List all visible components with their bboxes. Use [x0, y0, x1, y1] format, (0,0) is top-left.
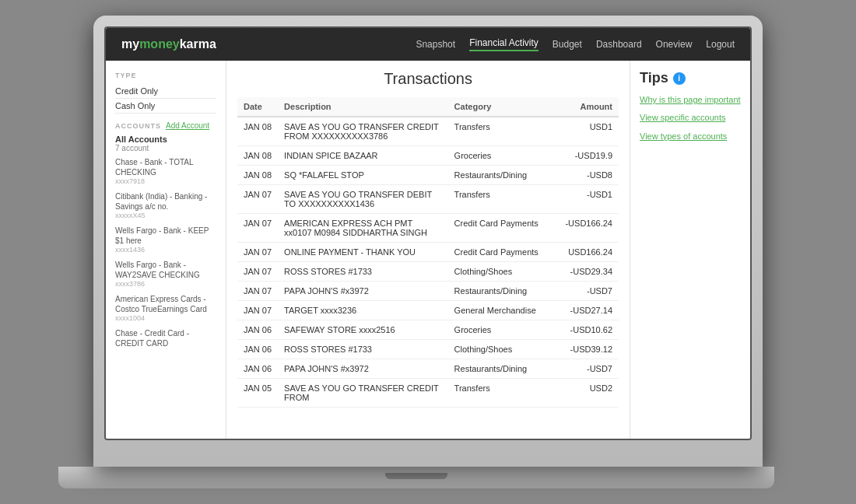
page-title: Transactions [237, 70, 619, 88]
cell-category: Credit Card Payments [448, 214, 554, 243]
cell-category: Restaurants/Dining [448, 282, 554, 301]
table-row[interactable]: JAN 08 INDIAN SPICE BAZAAR Groceries -US… [237, 146, 619, 166]
account-name: Citibank (India) - Banking - Savings a/c… [115, 191, 216, 212]
cell-amount: -USD10.62 [553, 320, 619, 340]
cell-amount: -USD39.12 [553, 340, 619, 359]
cell-date: JAN 06 [237, 320, 278, 340]
add-account-link[interactable]: Add Account [166, 121, 209, 130]
cell-category: Transfers [448, 379, 554, 408]
cell-category: General Merchandise [448, 301, 554, 320]
cell-date: JAN 07 [237, 185, 278, 214]
cell-amount: USD166.24 [553, 243, 619, 262]
cell-date: JAN 05 [237, 379, 278, 408]
account-number: xxxx1436 [115, 246, 216, 254]
cell-amount: -USD8 [553, 166, 619, 185]
col-category: Category [448, 97, 554, 117]
filter-credit-only[interactable]: Credit Only [115, 84, 216, 99]
table-row[interactable]: JAN 06 ROSS STORES #1733 Clothing/Shoes … [237, 340, 619, 359]
account-item[interactable]: Chase - Credit Card - CREDIT CARD [115, 328, 216, 348]
account-name: Wells Fargo - Bank - KEEP $1 here [115, 226, 216, 246]
all-accounts-label[interactable]: All Accounts [115, 135, 216, 144]
account-number: xxxxxX45 [115, 212, 216, 219]
cell-category: Restaurants/Dining [448, 166, 554, 185]
account-item[interactable]: Wells Fargo - Bank - KEEP $1 here xxxx14… [115, 226, 216, 254]
table-row[interactable]: JAN 08 SAVE AS YOU GO TRANSFER CREDIT FR… [237, 117, 619, 146]
table-row[interactable]: JAN 07 PAPA JOHN'S #x3972 Restaurants/Di… [237, 282, 619, 301]
main-nav: Snapshot Financial Activity Budget Dashb… [416, 37, 735, 51]
cell-category: Groceries [448, 146, 554, 166]
cell-date: JAN 06 [237, 340, 278, 359]
account-number: xxxx1004 [115, 314, 216, 322]
header: mymoneykarma Snapshot Financial Activity… [106, 28, 750, 61]
sidebar: TYPE Credit Only Cash Only ACCOUNTS Add … [106, 61, 226, 439]
center-panel: Transactions Date Description Category A… [226, 61, 630, 439]
cell-description: INDIAN SPICE BAZAAR [278, 146, 448, 166]
tip-link-1[interactable]: View specific accounts [640, 112, 741, 124]
cell-date: JAN 08 [237, 166, 278, 185]
cell-description: ONLINE PAYMENT - THANK YOU [278, 243, 448, 262]
col-description: Description [278, 97, 448, 117]
tip-link-2[interactable]: View types of accounts [640, 131, 741, 142]
cell-description: SAVE AS YOU GO TRANSFER CREDIT FROM XXXX… [278, 117, 448, 146]
cell-description: ROSS STORES #1733 [278, 262, 448, 282]
nav-budget[interactable]: Budget [553, 39, 582, 50]
tip-link-0[interactable]: Why is this page important [640, 94, 741, 106]
cell-date: JAN 08 [237, 146, 278, 166]
info-icon[interactable]: i [673, 72, 686, 85]
nav-logout[interactable]: Logout [706, 39, 735, 50]
account-name: American Express Cards - Costco TrueEarn… [115, 294, 216, 314]
account-number: xxxx7918 [115, 177, 216, 185]
filter-cash-only[interactable]: Cash Only [115, 99, 216, 114]
table-row[interactable]: JAN 07 AMERICAN EXPRESS ACH PMT xx0107 M… [237, 214, 619, 243]
account-item[interactable]: Citibank (India) - Banking - Savings a/c… [115, 191, 216, 219]
cell-date: JAN 07 [237, 214, 278, 243]
table-row[interactable]: JAN 08 SQ *FALAFEL STOP Restaurants/Dini… [237, 166, 619, 185]
nav-financial-activity[interactable]: Financial Activity [469, 37, 539, 51]
account-number: xxxx3786 [115, 280, 216, 288]
cell-category: Transfers [448, 117, 554, 146]
cell-description: SQ *FALAFEL STOP [278, 166, 448, 185]
nav-dashboard[interactable]: Dashboard [596, 39, 642, 50]
account-name: Chase - Bank - TOTAL CHECKING [115, 157, 216, 177]
cell-category: Restaurants/Dining [448, 359, 554, 379]
cell-category: Credit Card Payments [448, 243, 554, 262]
cell-category: Clothing/Shoes [448, 340, 554, 359]
cell-date: JAN 07 [237, 282, 278, 301]
logo-my: my [121, 37, 139, 51]
table-row[interactable]: JAN 06 PAPA JOHN'S #x3972 Restaurants/Di… [237, 359, 619, 379]
account-item[interactable]: American Express Cards - Costco TrueEarn… [115, 294, 216, 322]
all-accounts-count: 7 account [115, 144, 216, 152]
nav-oneview[interactable]: Oneview [656, 39, 693, 50]
accounts-title: ACCOUNTS [115, 122, 161, 130]
tips-panel: Tips i Why is this page important View s… [630, 61, 750, 439]
cell-date: JAN 07 [237, 243, 278, 262]
app-container: mymoneykarma Snapshot Financial Activity… [106, 28, 750, 439]
cell-description: AMERICAN EXPRESS ACH PMT xx0107 M0984 SI… [278, 214, 448, 243]
account-item[interactable]: Chase - Bank - TOTAL CHECKING xxxx7918 [115, 157, 216, 185]
cell-description: SAFEWAY STORE xxxx2516 [278, 320, 448, 340]
cell-amount: USD1 [553, 117, 619, 146]
cell-description: ROSS STORES #1733 [278, 340, 448, 359]
account-item[interactable]: Wells Fargo - Bank - WAY2SAVE CHECKING x… [115, 260, 216, 288]
table-row[interactable]: JAN 07 SAVE AS YOU GO TRANSFER DEBIT TO … [237, 185, 619, 214]
table-row[interactable]: JAN 07 ONLINE PAYMENT - THANK YOU Credit… [237, 243, 619, 262]
table-row[interactable]: JAN 07 TARGET xxxx3236 General Merchandi… [237, 301, 619, 320]
cell-date: JAN 08 [237, 117, 278, 146]
account-name: Chase - Credit Card - CREDIT CARD [115, 328, 216, 348]
cell-amount: -USD166.24 [553, 214, 619, 243]
cell-category: Clothing/Shoes [448, 262, 554, 282]
logo: mymoneykarma [121, 37, 216, 51]
main-content: TYPE Credit Only Cash Only ACCOUNTS Add … [106, 61, 750, 439]
nav-snapshot[interactable]: Snapshot [416, 39, 455, 50]
col-date: Date [237, 97, 278, 117]
cell-amount: -USD7 [553, 282, 619, 301]
table-row[interactable]: JAN 05 SAVE AS YOU GO TRANSFER CREDIT FR… [237, 379, 619, 408]
cell-description: PAPA JOHN'S #x3972 [278, 359, 448, 379]
table-row[interactable]: JAN 06 SAFEWAY STORE xxxx2516 Groceries … [237, 320, 619, 340]
cell-description: SAVE AS YOU GO TRANSFER CREDIT FROM [278, 379, 448, 408]
table-row[interactable]: JAN 07 ROSS STORES #1733 Clothing/Shoes … [237, 262, 619, 282]
cell-date: JAN 07 [237, 262, 278, 282]
transactions-table: Date Description Category Amount JAN 08 … [237, 97, 619, 408]
cell-amount: -USD1 [553, 185, 619, 214]
col-amount: Amount [553, 97, 619, 117]
